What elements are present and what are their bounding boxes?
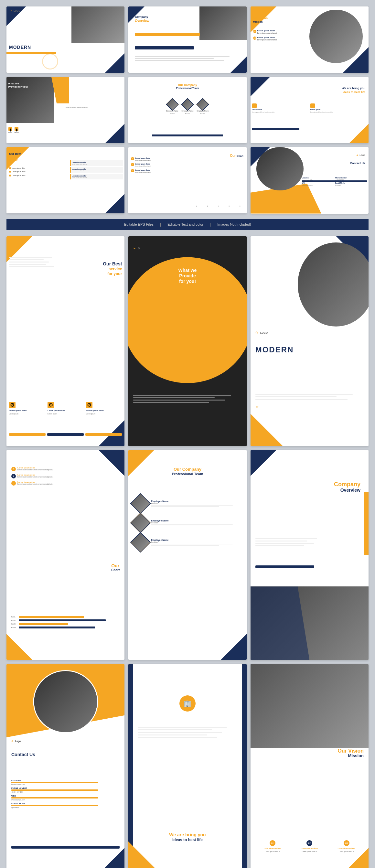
blue-bar xyxy=(252,128,299,130)
contact-location: Location Lorem ipsum dolor xyxy=(11,779,120,785)
vision-item-3: 03 Lorem ipsum dolor Lorem ipsum dolor s… xyxy=(330,840,364,853)
ps-subtitle: ideas to best life xyxy=(138,838,237,842)
contact-label: Social Media xyxy=(335,182,367,184)
member-role: Position xyxy=(151,502,242,504)
bar xyxy=(19,623,68,625)
item-number: C xyxy=(11,481,16,486)
yellow-bar-right xyxy=(364,492,369,555)
ps-title: Our Best xyxy=(103,261,122,267)
team-member-1: Employee Name Position xyxy=(166,100,179,115)
slide-image-circle xyxy=(256,147,304,190)
overview-subtitle: Overview xyxy=(334,488,361,493)
bar-label: Cat A xyxy=(11,616,18,618)
landscape-slides-grid: ✈ LOGO MODERN Company Overview xyxy=(6,6,369,214)
item-title: Lorem ipsum dolor xyxy=(257,30,277,32)
service-text: Lorem ipsum dolor xyxy=(12,175,25,177)
item-number: 02 xyxy=(253,36,256,40)
bar-group-3: C xyxy=(213,170,223,207)
feature-icon xyxy=(252,103,257,108)
contact-value: +1 234 567 890 xyxy=(335,179,367,181)
blue-triangle-br xyxy=(105,124,124,143)
blue-triangle-tl xyxy=(251,77,270,96)
portrait-modern-logo[interactable]: ✈ LOGO MODERN " xyxy=(251,236,369,446)
icon-cross: ✕ xyxy=(138,247,140,250)
member-role: Position xyxy=(185,113,190,115)
item-text: Lorem ipsum dolor sit amet xyxy=(135,159,151,161)
feature-title: Lorem ipsum xyxy=(252,108,309,111)
portrait-what-we-provide[interactable]: ✂ ✕ What we Provide for you! xyxy=(128,236,246,446)
item-content: Lorem ipsum dolor Lorem ipsum dolor sit … xyxy=(135,169,151,173)
service-title: Our Best xyxy=(9,152,21,156)
feature-2: Lorem ipsum Lorem ipsum dolor sit amet c… xyxy=(310,103,367,113)
chart-item-2: B Lorem ipsum dolor Lorem ipsum dolor si… xyxy=(11,474,120,478)
item-number: 03 xyxy=(344,840,349,846)
yellow-triangle-bl xyxy=(6,634,32,660)
vision-items: 01 Lorem ipsum dolor Lorem ipsum dolor s… xyxy=(255,840,364,853)
feature-icon xyxy=(310,103,315,108)
service-item-1: Lorem ipsum dolor xyxy=(9,167,59,169)
portrait-our-chart[interactable]: A Lorem ipsum dolor Lorem ipsum dolor si… xyxy=(6,450,124,660)
item-title: Lorem ipsum dolor xyxy=(135,163,151,165)
contact-info-grid: Location Lorem ipsum dolor Phone Number … xyxy=(302,177,367,186)
portrait-vision-mission[interactable]: Our Vision Mission 01 Lorem ipsum dolor … xyxy=(251,664,369,868)
blue-bar xyxy=(255,565,315,568)
slide-title: What we Provide for you! xyxy=(133,268,242,284)
banner-item-1: Editable EPS Files xyxy=(124,222,154,226)
contact-value: +1 234 567 890 xyxy=(11,791,120,793)
slide-bring-you[interactable]: We are bring you ideas to best life Lore… xyxy=(251,77,369,144)
member-photo xyxy=(181,98,194,111)
ps-title: We are bring you xyxy=(138,832,237,838)
contact-value: www.example.com xyxy=(302,184,334,186)
item-title: Lorem ipsum dolor xyxy=(301,847,318,849)
bar-group-5: E xyxy=(235,170,245,207)
bar-label: C xyxy=(218,205,219,207)
slide-title: We are bring you ideas to best life xyxy=(138,832,237,842)
slide-vision-mission[interactable]: Our Vision Mission 01 Lorem ipsum dolor … xyxy=(251,6,369,73)
portrait-professional-team[interactable]: Our Company Professional Team Employee N… xyxy=(128,450,246,660)
member-lines xyxy=(151,505,242,507)
member-name: Employee Name xyxy=(151,539,242,541)
slide-modern-logo[interactable]: ✈ LOGO MODERN xyxy=(6,6,124,73)
feature-text: Lorem ipsum dolor sit amet consectetur xyxy=(252,111,309,113)
contact-phone: Phone Number +1 234 567 890 xyxy=(11,787,120,793)
portrait-best-service[interactable]: Our Best service for your ⚙ Lorem Ipsum … xyxy=(6,236,124,446)
team-members-list: Employee Name Position Employee Name xyxy=(133,496,242,550)
slide-company-overview[interactable]: Company Overview xyxy=(128,6,246,73)
member-row-1: Employee Name Position xyxy=(133,496,242,511)
slide-title: Our Best service for your xyxy=(103,261,122,276)
text-lines-bottom xyxy=(133,395,242,404)
vision-item-2: 02 Lorem ipsum dolor Lorem ipsum dolor s… xyxy=(253,36,306,41)
quote-mark: " xyxy=(255,404,259,415)
contact-value: Lorem ipsum dolor xyxy=(302,179,334,181)
member-role: Position xyxy=(151,522,242,524)
portrait-company-overview[interactable]: Company Overview xyxy=(251,450,369,660)
member-info-1: Employee Name Position xyxy=(151,500,242,507)
item-title: Lorem Ipsum dolor xyxy=(48,410,84,411)
slide-image-circle xyxy=(33,670,98,733)
contact-web: Web www.example.com xyxy=(302,182,334,186)
contact-label: Phone Number xyxy=(11,787,120,789)
contact-value: @example xyxy=(11,807,120,808)
item-title: Lorem ipsum dolor xyxy=(135,169,151,171)
slide-contact-us[interactable]: ✈ LOGO Contact Us Location Lorem ipsum d… xyxy=(251,147,369,214)
banner-item-3: Images Not Included! xyxy=(217,222,251,226)
slide-what-we-provide[interactable]: What We Provide for you! Lorem ipsum dol… xyxy=(6,77,124,143)
ps-title: What we xyxy=(133,268,242,273)
icon-box: ✦ xyxy=(14,127,19,131)
item-text: Lorem ipsum dolor sit amet xyxy=(257,32,277,34)
slide-title: Our Best service for your xyxy=(9,152,21,161)
portrait-contact-us[interactable]: ✈ Logo Contact Us Location Lorem ipsum d… xyxy=(6,664,124,868)
icon-area: 🏢 xyxy=(180,695,195,712)
contact-label: Social Media xyxy=(11,803,120,805)
logo-text: LOGO xyxy=(260,331,268,334)
slide-best-service[interactable]: Our Best service for your Lorem ipsum do… xyxy=(6,147,124,213)
slide-our-chart[interactable]: Our Chart 1 Lorem ipsum dolor Lorem ipsu… xyxy=(128,147,246,213)
member-role: Position xyxy=(151,541,242,543)
service-dot xyxy=(9,171,11,173)
bar xyxy=(19,619,106,621)
hbar-row-1: Cat A xyxy=(11,616,120,618)
portrait-bring-you[interactable]: 🏢 We are bring you ideas to best life xyxy=(128,664,246,868)
slide-professional-team[interactable]: Our Company Professional Team Employee N… xyxy=(128,77,246,143)
blue-triangle-br xyxy=(99,848,124,868)
blue-triangle-br xyxy=(221,634,247,660)
